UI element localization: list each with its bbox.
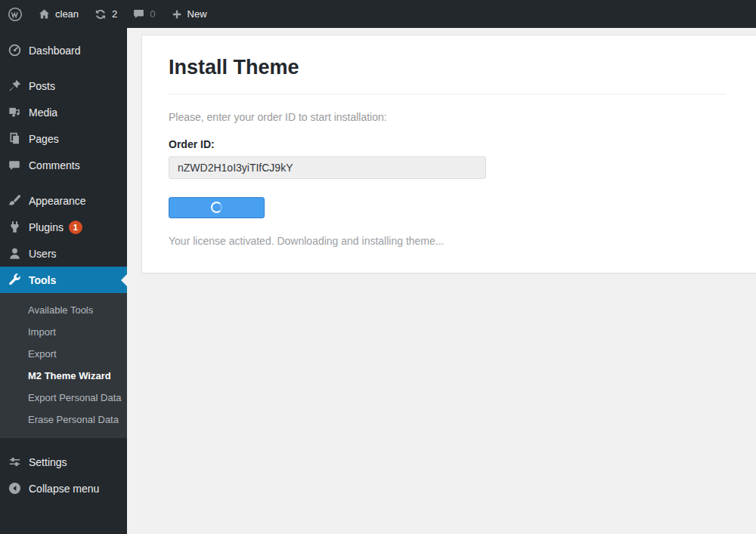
order-id-label: Order ID: (169, 138, 726, 150)
comments-icon (7, 158, 22, 173)
sidebar-item-pages[interactable]: Pages (0, 125, 127, 152)
sidebar-item-label: Settings (29, 456, 67, 468)
sidebar-item-label: Posts (29, 80, 55, 92)
sidebar-item-posts[interactable]: Posts (0, 73, 127, 99)
new-content-menu[interactable]: New (163, 0, 215, 28)
collapse-arrow-icon (7, 481, 22, 496)
media-icon (7, 105, 22, 120)
sidebar-item-label: Appearance (29, 195, 86, 207)
instruction-text: Please, enter your order ID to start ins… (169, 111, 726, 123)
comment-count: 0 (150, 8, 155, 20)
sidebar-item-media[interactable]: Media (0, 99, 127, 125)
sidebar-item-label: Pages (29, 133, 59, 145)
sidebar-item-users[interactable]: Users (0, 240, 127, 267)
paintbrush-icon (7, 193, 22, 208)
sidebar-item-label: Users (29, 248, 57, 260)
submenu-item-m2-theme-wizard[interactable]: M2 Theme Wizard (0, 365, 127, 387)
pages-icon (7, 131, 22, 147)
title-divider (169, 94, 726, 94)
wordpress-admin-screen: clean 2 0 New (0, 0, 756, 534)
wrench-icon (7, 273, 22, 288)
site-name-menu[interactable]: clean (30, 0, 86, 28)
active-menu-arrow (121, 274, 127, 286)
comments-menu[interactable]: 0 (125, 0, 163, 28)
updates-icon (94, 8, 107, 21)
install-button[interactable] (169, 197, 265, 218)
plus-icon (171, 8, 183, 20)
sidebar-item-tools[interactable]: Tools (0, 267, 127, 293)
sidebar-item-comments[interactable]: Comments (0, 152, 127, 178)
submenu-item-import[interactable]: Import (0, 321, 127, 343)
status-message: Your license activated. Downloading and … (169, 235, 726, 247)
wordpress-logo-icon (8, 7, 23, 22)
menu-separator (0, 28, 127, 37)
pushpin-icon (7, 79, 22, 94)
menu-separator (0, 178, 127, 187)
sidebar-item-label: Tools (29, 274, 56, 286)
plug-icon (7, 220, 22, 235)
sidebar-item-label: Media (29, 106, 57, 119)
sidebar-item-label: Dashboard (29, 45, 81, 57)
comment-bubble-icon (132, 8, 145, 20)
collapse-menu-label: Collapse menu (29, 483, 99, 495)
site-name-label: clean (55, 8, 79, 20)
user-icon (7, 246, 22, 261)
new-label: New (187, 8, 207, 20)
submenu-item-erase-personal-data[interactable]: Erase Personal Data (0, 409, 127, 431)
sidebar-item-label: Plugins (29, 221, 64, 233)
collapse-menu-button[interactable]: Collapse menu (0, 475, 127, 502)
home-icon (38, 8, 51, 20)
install-theme-panel: Install Theme Please, enter your order I… (141, 35, 756, 273)
sidebar-item-appearance[interactable]: Appearance (0, 187, 127, 214)
admin-sidebar: Dashboard Posts Media Pages Commen (0, 28, 127, 534)
update-count: 2 (112, 8, 117, 20)
sidebar-item-dashboard[interactable]: Dashboard (0, 37, 127, 63)
menu-separator (0, 438, 127, 449)
wordpress-logo-menu[interactable] (0, 0, 30, 28)
sidebar-item-label: Comments (29, 159, 80, 171)
page-title: Install Theme (169, 55, 726, 81)
submenu-item-export[interactable]: Export (0, 343, 127, 365)
submenu-item-export-personal-data[interactable]: Export Personal Data (0, 387, 127, 409)
menu-separator (0, 63, 127, 73)
loading-spinner-icon (211, 202, 222, 213)
content-area: Install Theme Please, enter your order I… (127, 28, 756, 534)
dashboard-icon (7, 43, 22, 58)
updates-menu[interactable]: 2 (86, 0, 125, 28)
sidebar-item-plugins[interactable]: Plugins 1 (0, 214, 127, 240)
admin-bar: clean 2 0 New (0, 0, 756, 28)
plugins-update-badge: 1 (69, 221, 82, 234)
order-id-input[interactable] (169, 156, 486, 179)
tools-submenu: Available Tools Import Export M2 Theme W… (0, 293, 127, 438)
sidebar-item-settings[interactable]: Settings (0, 449, 127, 475)
submenu-item-available-tools[interactable]: Available Tools (0, 299, 127, 321)
settings-sliders-icon (7, 455, 22, 470)
